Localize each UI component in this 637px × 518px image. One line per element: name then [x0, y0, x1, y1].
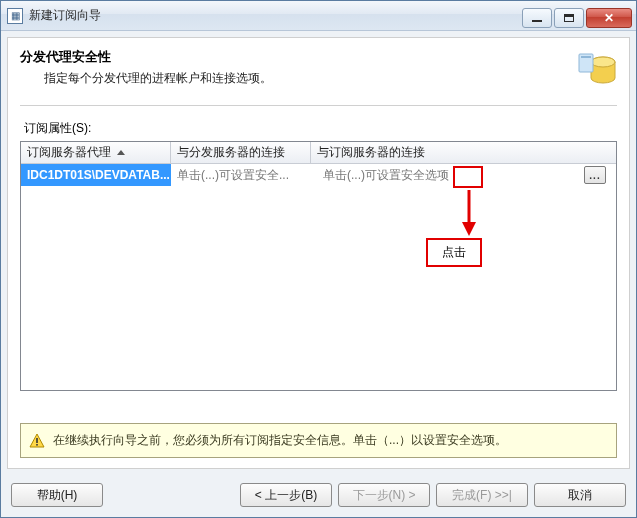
wizard-buttons: 帮助(H) < 上一步(B) 下一步(N) > 完成(F) >>| 取消 [1, 475, 636, 517]
wizard-window: ▦ 新建订阅向导 ✕ 分发代理安全性 指定每个分发代理的进程帐户和连接选项。 [0, 0, 637, 518]
warning-text: 在继续执行向导之前，您必须为所有订阅指定安全信息。单击（...）以设置安全选项。 [53, 432, 507, 449]
grid-body: IDC1DT01S\DEVDATAB... 单击(...)可设置安全... 单击… [21, 164, 616, 186]
window-title: 新建订阅向导 [29, 7, 101, 24]
col-sub-conn[interactable]: 与订阅服务器的连接 [311, 142, 616, 163]
grid-header: 订阅服务器代理 与分发服务器的连接 与订阅服务器的连接 [21, 142, 616, 164]
page-subtitle: 指定每个分发代理的进程帐户和连接选项。 [44, 70, 575, 87]
col-agent[interactable]: 订阅服务器代理 [21, 142, 171, 163]
warning-panel: 在继续执行向导之前，您必须为所有订阅指定安全信息。单击（...）以设置安全选项。 [20, 423, 617, 458]
warning-icon [29, 433, 45, 449]
annotation-callout: 点击 [426, 238, 482, 267]
cell-sub-conn: 单击(...)可设置安全选项 [317, 164, 584, 186]
set-security-button[interactable]: ... [584, 166, 606, 184]
svg-rect-7 [36, 438, 38, 443]
svg-rect-8 [36, 444, 38, 446]
finish-button[interactable]: 完成(F) >>| [436, 483, 528, 507]
minimize-icon [532, 20, 542, 22]
annotation-callout-text: 点击 [442, 245, 466, 259]
subscription-grid: 订阅服务器代理 与分发服务器的连接 与订阅服务器的连接 IDC1DT01S\DE… [20, 141, 617, 391]
col-dist-conn-label: 与分发服务器的连接 [177, 144, 285, 161]
cancel-button[interactable]: 取消 [534, 483, 626, 507]
page-title: 分发代理安全性 [20, 48, 575, 66]
sort-asc-icon [117, 150, 125, 155]
svg-point-1 [591, 57, 615, 67]
maximize-button[interactable] [554, 8, 584, 28]
col-dist-conn[interactable]: 与分发服务器的连接 [171, 142, 311, 163]
annotation-arrow-icon [461, 190, 477, 239]
app-icon: ▦ [7, 8, 23, 24]
svg-marker-5 [462, 222, 476, 236]
minimize-button[interactable] [522, 8, 552, 28]
subscription-properties-label: 订阅属性(S): [24, 120, 617, 137]
cell-agent: IDC1DT01S\DEVDATAB... [21, 164, 171, 186]
svg-rect-3 [581, 56, 591, 58]
next-button[interactable]: 下一步(N) > [338, 483, 430, 507]
window-controls: ✕ [522, 4, 636, 28]
col-agent-label: 订阅服务器代理 [27, 144, 111, 161]
database-icon [575, 48, 617, 93]
col-sub-conn-label: 与订阅服务器的连接 [317, 144, 425, 161]
client-area: 分发代理安全性 指定每个分发代理的进程帐户和连接选项。 订阅属性(S): 订阅服… [7, 37, 630, 469]
help-button[interactable]: 帮助(H) [11, 483, 103, 507]
titlebar[interactable]: ▦ 新建订阅向导 ✕ [1, 1, 636, 31]
table-row[interactable]: IDC1DT01S\DEVDATAB... 单击(...)可设置安全... 单击… [21, 164, 616, 186]
close-icon: ✕ [604, 11, 614, 25]
cell-dist-conn: 单击(...)可设置安全... [171, 164, 311, 186]
back-button[interactable]: < 上一步(B) [240, 483, 332, 507]
maximize-icon [564, 14, 574, 22]
close-button[interactable]: ✕ [586, 8, 632, 28]
wizard-header: 分发代理安全性 指定每个分发代理的进程帐户和连接选项。 [20, 48, 617, 106]
